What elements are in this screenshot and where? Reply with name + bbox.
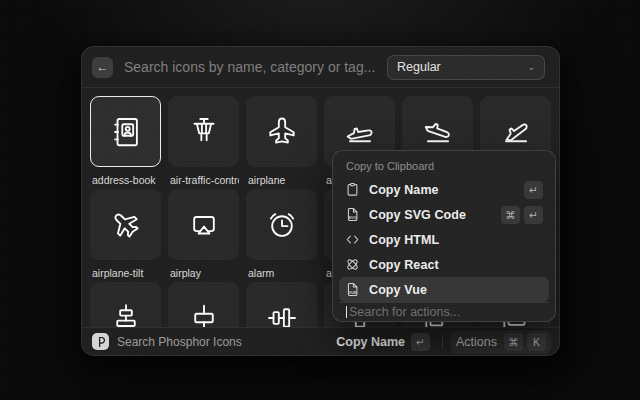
icon-search-input[interactable]: [124, 59, 376, 75]
menu-item-list: Copy Name↵SVGCopy SVG Code⌘↵Copy HTMLCop…: [339, 177, 549, 302]
weight-dropdown-value: Regular: [397, 60, 521, 74]
status-bar: Search Phosphor Icons Copy Name ↵ Action…: [82, 327, 559, 355]
icon-tile-air-traffic-control[interactable]: [168, 96, 239, 167]
chevron-down-icon: ⌄: [527, 63, 535, 72]
menu-item-label: Copy SVG Code: [369, 208, 492, 222]
file-svg-icon: SVG: [345, 207, 360, 222]
menu-item-shortcuts: ↵: [524, 181, 543, 199]
icon-tile-address-book[interactable]: [90, 96, 161, 167]
icon-tile-align-center-vertical[interactable]: [246, 282, 317, 327]
icon-cell-alarm: alarm: [246, 189, 317, 282]
icon-cell-address-book: address-book: [90, 96, 161, 189]
airplane-takeoff-icon: [499, 115, 533, 149]
menu-item-copy-vue[interactable]: VUECopy Vue: [339, 277, 549, 302]
icon-cell-airplay: airplay: [168, 189, 239, 282]
icon-tile-align-center-horizontal-simple[interactable]: [168, 282, 239, 327]
icon-cell-align-center-vertical: align-center-vertical: [246, 282, 317, 327]
icon-cell-air-traffic-control: air-traffic-control: [168, 96, 239, 189]
airplane-in-flight-icon: [343, 115, 377, 149]
icon-tile-airplane-tilt[interactable]: [90, 189, 161, 260]
menu-item-label: Copy React: [369, 258, 534, 272]
airplane-landing-icon: [421, 115, 455, 149]
icon-label: airplay: [168, 260, 239, 279]
icon-cell-airplane-tilt: airplane-tilt: [90, 189, 161, 282]
file-vue-icon: VUE: [345, 282, 360, 297]
back-button[interactable]: ←: [92, 57, 113, 78]
actions-menu: Copy to Clipboard Copy Name↵SVGCopy SVG …: [332, 150, 556, 322]
back-arrow-icon: ←: [97, 60, 109, 74]
align-center-vertical-icon: [265, 301, 299, 328]
icon-tile-airplay[interactable]: [168, 189, 239, 260]
svg-text:SVG: SVG: [349, 215, 357, 220]
icon-label: air-traffic-control: [168, 167, 239, 186]
actions-button-label: Actions: [456, 335, 497, 349]
align-center-horizontal-simple-icon: [187, 301, 221, 328]
align-center-horizontal-icon: [109, 301, 143, 328]
text-caret: [346, 306, 347, 318]
airplay-icon: [187, 208, 221, 242]
menu-item-shortcuts: ⌘↵: [501, 206, 543, 224]
code-icon: [345, 232, 360, 247]
icon-cell-airplane: airplane: [246, 96, 317, 189]
menu-item-copy-html[interactable]: Copy HTML: [339, 227, 549, 252]
icon-tile-alarm[interactable]: [246, 189, 317, 260]
primary-action-shortcuts: ↵: [411, 333, 430, 351]
primary-action-button[interactable]: Copy Name ↵: [332, 331, 434, 353]
icon-tile-align-center-horizontal[interactable]: [90, 282, 161, 327]
menu-item-label: Copy Vue: [369, 283, 534, 297]
airplane-tilt-icon: [109, 208, 143, 242]
search-header: ← Regular ⌄: [82, 47, 559, 88]
actions-button[interactable]: Actions ⌘K: [451, 330, 551, 354]
alarm-icon: [265, 208, 299, 242]
phosphor-logo-icon: [92, 333, 109, 350]
icon-label: airplane-tilt: [90, 260, 161, 279]
actions-search-placeholder: Search for actions...: [349, 305, 460, 319]
shortcut-key: ⌘: [501, 206, 520, 224]
primary-action-label: Copy Name: [336, 335, 405, 349]
shortcut-key: ↵: [524, 206, 543, 224]
shortcut-key: ↵: [524, 181, 543, 199]
footer-divider: [442, 335, 443, 349]
shortcut-key: ⌘: [504, 333, 523, 351]
menu-item-copy-react[interactable]: Copy React: [339, 252, 549, 277]
weight-dropdown[interactable]: Regular ⌄: [387, 55, 545, 80]
icon-cell-align-center-horizontal-simple: align-center-horizontal-simple: [168, 282, 239, 327]
shortcut-key: ↵: [411, 333, 430, 351]
airplane-icon: [265, 115, 299, 149]
clipboard-icon: [345, 182, 360, 197]
address-book-icon: [109, 115, 143, 149]
actions-button-shortcuts: ⌘K: [504, 333, 546, 351]
icon-cell-align-center-horizontal: align-center-horizontal: [90, 282, 161, 327]
actions-search-field[interactable]: Search for actions...: [339, 302, 549, 321]
menu-item-copy-svg-code[interactable]: SVGCopy SVG Code⌘↵: [339, 202, 549, 227]
app-name-label: Search Phosphor Icons: [117, 335, 324, 349]
icon-label: alarm: [246, 260, 317, 279]
menu-item-label: Copy HTML: [369, 233, 534, 247]
icon-tile-airplane[interactable]: [246, 96, 317, 167]
menu-section-title: Copy to Clipboard: [339, 156, 549, 177]
icon-label: airplane: [246, 167, 317, 186]
react-icon: [345, 257, 360, 272]
menu-item-label: Copy Name: [369, 183, 515, 197]
icon-label: address-book: [90, 167, 161, 186]
menu-item-copy-name[interactable]: Copy Name↵: [339, 177, 549, 202]
air-traffic-control-icon: [187, 115, 221, 149]
shortcut-key: K: [527, 333, 546, 351]
svg-text:VUE: VUE: [349, 290, 357, 295]
